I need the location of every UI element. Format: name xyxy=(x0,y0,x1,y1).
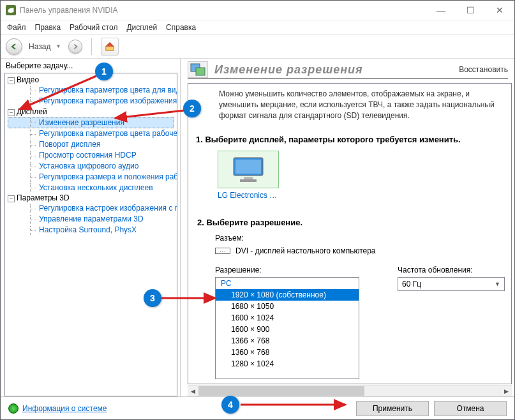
step1-title: 1. Выберите дисплей, параметры которого … xyxy=(196,135,505,144)
tree-item[interactable]: Установка цифрового аудио xyxy=(8,161,174,172)
cancel-button[interactable]: Отмена xyxy=(434,401,507,416)
main-body: Можно уменьшить количество элементов, от… xyxy=(188,83,512,384)
horizontal-scrollbar[interactable]: ◀ ▶ xyxy=(188,386,512,396)
refresh-rate-combobox[interactable]: 60 Гц ▼ xyxy=(398,277,505,291)
task-tree[interactable]: −Видео Регулировка параметров цвета для … xyxy=(4,73,177,396)
connector-label: Разъем: xyxy=(215,234,505,243)
menu-file[interactable]: Файл xyxy=(7,23,26,32)
close-button[interactable]: ✕ xyxy=(485,1,514,20)
menu-edit[interactable]: Правка xyxy=(35,23,61,32)
svg-rect-4 xyxy=(244,177,253,179)
connector-value: DVI - дисплей настольного компьютера xyxy=(235,246,376,255)
tree-item[interactable]: Поворот дисплея xyxy=(8,139,174,150)
back-history-caret[interactable]: ▼ xyxy=(56,43,61,49)
resolution-option[interactable]: 1680 × 1050 xyxy=(216,301,359,312)
main-header: Изменение разрешения Восстановить xyxy=(188,61,508,79)
tree-item[interactable]: Настройка Surround, PhysX xyxy=(8,225,174,236)
resolution-option[interactable]: 1920 × 1080 (собственное) xyxy=(216,289,359,301)
restore-defaults-link[interactable]: Восстановить xyxy=(459,65,508,74)
svg-rect-3 xyxy=(235,160,261,174)
scroll-thumb[interactable] xyxy=(198,386,364,396)
resolution-option[interactable]: 1600 × 1024 xyxy=(216,312,359,324)
footer: Информация о системе Применить Отмена xyxy=(1,396,514,419)
page-description: Можно уменьшить количество элементов, от… xyxy=(195,89,505,127)
minimize-button[interactable]: — xyxy=(426,1,456,20)
refresh-rate-value: 60 Гц xyxy=(402,280,421,289)
sidebar: Выберите задачу... −Видео Регулировка па… xyxy=(1,59,181,396)
header-icon xyxy=(188,61,208,78)
resolution-option[interactable]: 1366 × 768 xyxy=(216,335,359,347)
maximize-button[interactable]: ☐ xyxy=(456,1,485,20)
toolbar: Назад ▼ xyxy=(1,34,514,59)
tree-item-change-resolution[interactable]: Изменение разрешения xyxy=(8,117,174,129)
resolution-option[interactable]: 1600 × 900 xyxy=(216,324,359,335)
back-label: Назад xyxy=(29,42,50,51)
nvidia-icon xyxy=(6,5,16,15)
titlebar: Панель управления NVIDIA — ☐ ✕ xyxy=(1,1,514,20)
scroll-right-icon[interactable]: ▶ xyxy=(501,386,512,396)
menu-desktop[interactable]: Рабочий стол xyxy=(70,23,117,32)
tree-item[interactable]: Просмотр состояния HDCP xyxy=(8,150,174,161)
resolution-option[interactable]: 1280 × 1024 xyxy=(216,358,359,370)
tree-category-display[interactable]: Дисплей xyxy=(17,107,47,116)
resolution-group-pc: PC xyxy=(216,278,359,289)
scroll-left-icon[interactable]: ◀ xyxy=(188,386,198,396)
resolution-label: Разрешение: xyxy=(215,266,359,274)
collapse-icon[interactable]: − xyxy=(8,109,15,116)
tree-item[interactable]: Регулировка параметров изображения для в… xyxy=(8,96,174,107)
forward-button[interactable] xyxy=(68,40,82,54)
annotation-badge-2: 2 xyxy=(183,100,201,117)
tree-category-video[interactable]: Видео xyxy=(17,75,39,84)
annotation-badge-4: 4 xyxy=(221,396,239,414)
back-button[interactable] xyxy=(6,38,22,55)
tree-item[interactable]: Регулировка настроек изображения с просм… xyxy=(8,203,174,214)
tree-item[interactable]: Установка нескольких дисплеев xyxy=(8,183,174,193)
annotation-badge-1: 1 xyxy=(95,63,113,80)
monitor-name: LG Electronics … xyxy=(218,191,505,200)
tree-item[interactable]: Регулировка параметров цвета рабочего ст… xyxy=(8,128,174,139)
refresh-rate-label: Частота обновления: xyxy=(398,266,505,274)
collapse-icon[interactable]: − xyxy=(8,77,15,84)
svg-rect-1 xyxy=(196,68,205,75)
resolution-listbox[interactable]: PC 1920 × 1080 (собственное) 1680 × 1050… xyxy=(215,277,359,379)
dvi-port-icon xyxy=(215,248,230,254)
step2-title: 2. Выберите разрешение. xyxy=(197,218,505,227)
tree-item[interactable]: Регулировка параметров цвета для видео xyxy=(8,85,174,96)
system-info-link[interactable]: Информация о системе xyxy=(22,404,107,413)
window-title: Панель управления NVIDIA xyxy=(20,6,118,15)
page-title: Изменение разрешения xyxy=(214,63,363,77)
collapse-icon[interactable]: − xyxy=(8,195,15,202)
home-button[interactable] xyxy=(101,38,119,56)
sidebar-header: Выберите задачу... xyxy=(1,59,180,73)
tree-category-3d[interactable]: Параметры 3D xyxy=(17,193,70,202)
menubar: Файл Правка Рабочий стол Дисплей Справка xyxy=(1,20,514,34)
chevron-down-icon: ▼ xyxy=(495,281,500,287)
menu-display[interactable]: Дисплей xyxy=(126,23,157,32)
menu-help[interactable]: Справка xyxy=(166,23,196,32)
tree-item[interactable]: Регулировка размера и положения рабочего… xyxy=(8,172,174,183)
annotation-badge-3: 3 xyxy=(144,289,161,307)
tree-item[interactable]: Управление параметрами 3D xyxy=(8,214,174,225)
svg-rect-5 xyxy=(240,179,257,182)
resolution-option[interactable]: 1360 × 768 xyxy=(216,347,359,358)
toolbar-separator xyxy=(91,38,92,55)
main-panel: Изменение разрешения Восстановить Можно … xyxy=(181,59,514,396)
monitor-thumbnail[interactable] xyxy=(218,151,279,188)
system-info-icon xyxy=(8,403,19,414)
apply-button[interactable]: Применить xyxy=(356,401,429,416)
